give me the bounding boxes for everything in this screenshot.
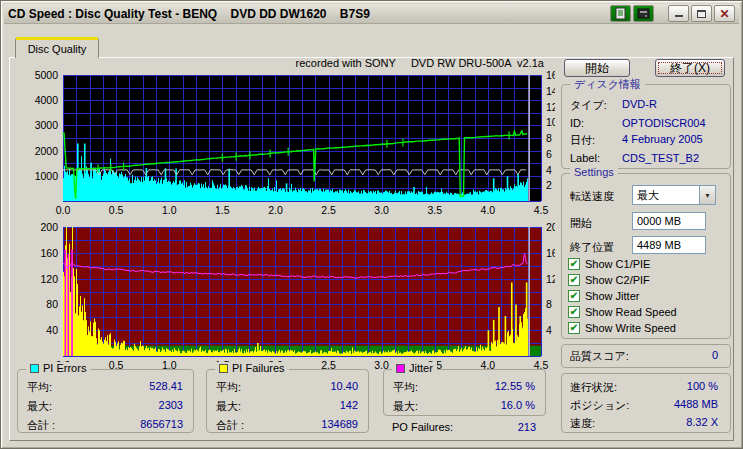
- stat-label: 最大:: [216, 399, 241, 414]
- stat-value: 2303: [159, 399, 183, 414]
- stat-value: 8656713: [140, 418, 183, 433]
- svg-text:1000: 1000: [35, 170, 59, 182]
- disc-info-label: 日付:: [570, 133, 622, 148]
- stop-button-label: 終了(X): [656, 60, 724, 76]
- svg-text:5000: 5000: [35, 69, 59, 81]
- checkmark-icon: ✔: [568, 274, 580, 286]
- progress-row: 進行状況: 100 %: [562, 380, 730, 395]
- maximize-icon: [697, 10, 706, 18]
- start-button-label: 開始: [565, 60, 629, 76]
- svg-text:4000: 4000: [35, 94, 59, 106]
- pi-errors-swatch-icon: [30, 364, 39, 373]
- svg-text:40: 40: [46, 324, 58, 336]
- svg-text:6: 6: [546, 148, 552, 160]
- settings-group: Settings 転送速度 最大 ▼ 開始 0000 MB 終了位置 4489 …: [561, 173, 731, 339]
- stat-row: 最大:2303: [18, 399, 193, 414]
- checkbox-label: Show C1/PIE: [585, 258, 650, 270]
- disc-info-row: ID:OPTODISCR004: [562, 117, 730, 129]
- svg-text:200: 200: [40, 221, 58, 233]
- stat-value: 16.0 %: [501, 399, 535, 414]
- disc-info-row: 日付:4 February 2005: [562, 133, 730, 148]
- stat-value: 10.40: [330, 380, 358, 395]
- stat-row: 平均:10.40: [207, 380, 368, 395]
- svg-text:3.5: 3.5: [427, 204, 442, 216]
- title-bar[interactable]: CD Speed : Disc Quality Test - BENQ DVD …: [4, 4, 739, 24]
- svg-text:80: 80: [46, 298, 58, 310]
- svg-text:8: 8: [546, 298, 552, 310]
- minimize-button[interactable]: [668, 5, 689, 22]
- stat-row: 最大:142: [207, 399, 368, 414]
- disc-info-label: Label:: [570, 152, 622, 164]
- start-position-field[interactable]: 0000 MB: [632, 212, 706, 230]
- position-value: 4488 MB: [674, 398, 718, 413]
- stat-row: 合計 :134689: [207, 418, 368, 433]
- position-row: ポジション: 4488 MB: [562, 398, 730, 413]
- end-position-label: 終了位置: [570, 240, 614, 255]
- start-button[interactable]: 開始: [564, 59, 630, 77]
- disc-info-value: CDS_TEST_B2: [622, 152, 699, 164]
- disc-info-group: ディスク情報 タイプ:DVD-R ID:OPTODISCR004 日付:4 Fe…: [561, 84, 731, 169]
- stat-row: 平均:12.55 %: [384, 380, 545, 395]
- jitter-swatch-icon: [396, 364, 405, 373]
- chevron-down-icon: ▼: [704, 192, 711, 199]
- disc-info-label: タイプ:: [570, 98, 622, 113]
- checkbox-label: Show Write Speed: [585, 322, 676, 334]
- svg-text:1.0: 1.0: [162, 204, 177, 216]
- tab-label: Disc Quality: [28, 43, 87, 55]
- svg-text:4: 4: [546, 164, 552, 176]
- report-button[interactable]: [610, 5, 631, 22]
- svg-text:160: 160: [40, 247, 58, 259]
- svg-text:10: 10: [546, 116, 555, 128]
- speed-row: 速度: 8.32 X: [562, 416, 730, 431]
- quality-score-box: 品質スコア: 0: [561, 344, 731, 368]
- minimize-icon: [675, 10, 683, 17]
- checkmark-icon: ✔: [568, 322, 580, 334]
- po-failures-row: PO Failures: 213: [383, 421, 546, 433]
- stop-button[interactable]: 終了(X): [655, 59, 725, 77]
- svg-text:12: 12: [546, 101, 555, 113]
- disc-info-title: ディスク情報: [570, 77, 645, 92]
- svg-text:2.5: 2.5: [321, 204, 336, 216]
- checkbox-show-jitter[interactable]: ✔ Show Jitter: [568, 290, 639, 302]
- transfer-speed-select[interactable]: 最大 ▼: [632, 185, 716, 205]
- disc-drive-icon: [637, 7, 650, 20]
- svg-text:20: 20: [546, 221, 555, 233]
- disc-info-value: 4 February 2005: [622, 133, 703, 148]
- disc-drive-button[interactable]: [633, 5, 654, 22]
- checkbox-show-c2-pif[interactable]: ✔ Show C2/PIF: [568, 274, 650, 286]
- stat-value: 528.41: [149, 380, 183, 395]
- position-label: ポジション:: [570, 398, 629, 413]
- combo-arrow-button[interactable]: ▼: [699, 186, 715, 204]
- checkbox-show-read-speed[interactable]: ✔ Show Read Speed: [568, 306, 677, 318]
- svg-text:2: 2: [546, 179, 552, 191]
- pi-failures-swatch-icon: [219, 364, 228, 373]
- pi-errors-statbox: PI Errors 平均:528.41 最大:2303 合計 :8656713: [17, 369, 194, 433]
- pi-failures-legend: PI Failures: [215, 362, 289, 374]
- maximize-button[interactable]: [691, 5, 712, 22]
- stat-label: 最大:: [393, 399, 418, 414]
- disc-info-value: OPTODISCR004: [622, 117, 706, 129]
- speed-value: 8.32 X: [686, 416, 718, 431]
- stat-value: 12.55 %: [495, 380, 535, 395]
- pi-errors-speed-chart: 100020003000400050002468101214160.00.51.…: [15, 56, 555, 218]
- stat-label: 平均:: [27, 380, 52, 395]
- disc-info-label: ID:: [570, 117, 622, 129]
- checkmark-icon: ✔: [568, 306, 580, 318]
- close-icon: ✕: [719, 8, 729, 20]
- pi-errors-legend-label: PI Errors: [43, 362, 86, 374]
- svg-text:16: 16: [546, 69, 555, 81]
- svg-text:2000: 2000: [35, 145, 59, 157]
- disc-info-row: タイプ:DVD-R: [562, 98, 730, 113]
- end-position-field[interactable]: 4489 MB: [632, 236, 706, 254]
- stat-label: 平均:: [393, 380, 418, 395]
- window-title: CD Speed : Disc Quality Test - BENQ DVD …: [8, 7, 370, 21]
- pi-failures-statbox: PI Failures 平均:10.40 最大:142 合計 :134689: [206, 369, 369, 433]
- close-button[interactable]: ✕: [714, 5, 735, 22]
- settings-title: Settings: [570, 166, 618, 178]
- tab-disc-quality[interactable]: Disc Quality: [15, 37, 99, 58]
- checkbox-show-write-speed[interactable]: ✔ Show Write Speed: [568, 322, 676, 334]
- checkbox-show-c1-pie[interactable]: ✔ Show C1/PIE: [568, 258, 650, 270]
- svg-text:4: 4: [546, 324, 552, 336]
- svg-text:2.0: 2.0: [268, 204, 283, 216]
- app-window: CD Speed : Disc Quality Test - BENQ DVD …: [0, 0, 743, 449]
